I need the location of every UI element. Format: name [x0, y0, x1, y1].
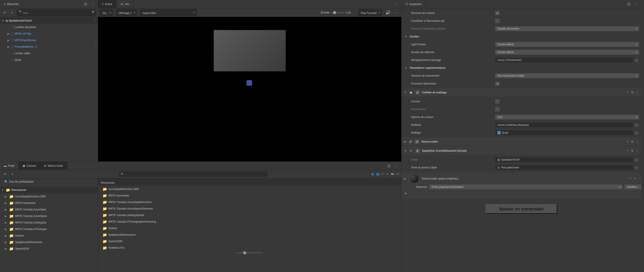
help-icon[interactable]: ?: [627, 140, 628, 143]
menu-icon[interactable]: ⋮: [90, 1, 96, 7]
help-icon[interactable]: ?: [627, 149, 628, 152]
detach-icon[interactable]: ⊟: [386, 163, 392, 169]
checkbox[interactable]: [495, 107, 500, 111]
dropdown[interactable]: Sondes Blend: [495, 42, 639, 47]
thumbnail-size-slider[interactable]: [236, 253, 263, 253]
expand-arrow-icon[interactable]: ▶: [5, 201, 8, 205]
scene-menu-icon[interactable]: ⋮: [92, 18, 98, 23]
component-header[interactable]: ▶🔊Source audio?⇅⋮: [402, 137, 641, 146]
tree-row[interactable]: ⬚Quad: [0, 57, 98, 63]
menu-icon[interactable]: ⋮: [636, 91, 638, 94]
dropdown[interactable]: Par mouvement d'objet: [495, 73, 639, 78]
expand-arrow-icon[interactable]: ▶: [8, 45, 10, 48]
game-mode-dropdown[interactable]: Jeu: [100, 9, 113, 16]
add-dropdown-icon[interactable]: ▼: [10, 171, 15, 177]
tree-row[interactable]: ▶⬚MRTKInputSimula›: [0, 37, 98, 43]
preset-icon[interactable]: ⇅: [631, 140, 633, 143]
game-tab[interactable]: 🎮 Jeu: [116, 0, 133, 8]
preset-icon[interactable]: ⇅: [631, 91, 633, 94]
label-icon[interactable]: 🏷: [382, 172, 384, 176]
list-item[interactable]: 📁Scènes: [98, 225, 401, 232]
preset-icon[interactable]: ⇅: [631, 149, 633, 152]
object-field[interactable]: ◎ TextLabelUnder: [495, 165, 633, 170]
shader-dropdown[interactable]: Outils graphiques/Standard: [430, 184, 622, 189]
search-menu-icon[interactable]: ▦: [92, 10, 94, 13]
expand-arrow-icon[interactable]: ▶: [5, 215, 8, 218]
expand-arrow-icon[interactable]: ▶: [5, 241, 8, 244]
checkbox[interactable]: [495, 19, 500, 23]
add-dropdown-icon[interactable]: ▼: [9, 10, 15, 15]
scene-tab[interactable]: # Scène: [98, 0, 116, 8]
detach-icon[interactable]: ⊟: [83, 1, 88, 7]
dropdown[interactable]: Sondes de lumière: [495, 26, 639, 31]
folder-row[interactable]: ▶📁MRTK.Generated: [0, 200, 98, 206]
expand-arrow-icon[interactable]: ▼: [404, 91, 407, 94]
aspect-dropdown[interactable]: Aspect libre: [140, 9, 197, 16]
chevron-right-icon[interactable]: ›: [95, 45, 98, 48]
menu-icon[interactable]: ⋮: [633, 1, 639, 7]
hidden-icon[interactable]: 👁‍🗨: [391, 172, 394, 176]
object-field[interactable]: Aucun (Transformer): [495, 58, 633, 62]
expand-arrow-icon[interactable]: ▼: [404, 149, 407, 152]
expand-arrow-icon[interactable]: ▶: [5, 221, 8, 224]
expand-arrow-icon[interactable]: ▶: [8, 32, 10, 35]
folder-row[interactable]: ▶📁AzureSpatialAnchors.SDK: [0, 193, 98, 200]
component-header[interactable]: ▼#Spatialiser Activé/Désactivé (Script)?…: [402, 147, 641, 155]
project-tab[interactable]: ▬ Projet: [0, 162, 19, 170]
expand-arrow-icon[interactable]: ▶: [404, 177, 407, 180]
object-field[interactable]: Aucun (matériau physique): [495, 123, 633, 127]
expand-arrow-icon[interactable]: ▶: [8, 39, 10, 42]
resources-root[interactable]: ▼ 📁 Ressources: [0, 187, 98, 193]
folder-row[interactable]: ▶📁Scènes: [0, 232, 98, 239]
menu-icon[interactable]: ⋮: [394, 1, 399, 7]
tree-row[interactable]: ▶⬚MRTK XR Rig›: [0, 30, 98, 37]
list-item[interactable]: 📁MRTK.Tutorials.AzureSpeechServices: [98, 205, 401, 212]
folder-row[interactable]: ▶📁MRTK.Tutorials.PCHologra: [0, 226, 98, 232]
filter-icon[interactable]: ▦: [372, 172, 374, 176]
folder-row[interactable]: ▶📁MRTK.Tutorials.AzureSpee: [0, 213, 98, 219]
list-item[interactable]: 📁MRTK.Generated: [98, 192, 401, 199]
menu-icon[interactable]: ⋮: [636, 149, 638, 152]
inspector-tab[interactable]: ⓘ Inspecteur: [402, 0, 426, 8]
mixer-tab[interactable]: ⚙ Mixeur Audio: [40, 162, 67, 170]
list-item[interactable]: 📁SpeechSDK: [98, 238, 401, 245]
display-dropdown[interactable]: Affichage 1: [116, 9, 137, 16]
list-item[interactable]: 📁MRTK.Tutorials.PCHolographicRemoting: [98, 218, 401, 225]
project-search-input[interactable]: [119, 171, 267, 177]
expand-arrow-icon[interactable]: ▼: [2, 19, 5, 22]
expand-arrow-icon[interactable]: ▶: [404, 192, 407, 195]
checkbox[interactable]: [495, 99, 500, 104]
component-enabled-checkbox[interactable]: [416, 90, 420, 95]
add-icon[interactable]: +: [2, 171, 8, 177]
list-item[interactable]: 📁TextMesh Pro: [98, 245, 401, 251]
target-icon[interactable]: ◎: [634, 58, 639, 62]
detach-icon[interactable]: ⊟: [626, 1, 632, 7]
folder-row[interactable]: ▶📁SpatialAudioResources: [0, 239, 98, 246]
hierarchy-search-input[interactable]: Tous ▦: [16, 9, 96, 16]
tree-row[interactable]: ▶⬚PressableButton_3›: [0, 43, 98, 50]
expand-arrow-icon[interactable]: ▼: [1, 188, 4, 191]
menu-icon[interactable]: ⋮: [638, 177, 641, 180]
prefab-search-row[interactable]: 🔍 Tous les préfabriqués: [0, 178, 98, 185]
checkbox[interactable]: [495, 81, 500, 86]
chevron-right-icon[interactable]: ›: [95, 38, 98, 42]
scale-slider[interactable]: [331, 12, 344, 13]
expand-arrow-icon[interactable]: ▼: [404, 35, 408, 38]
star-icon[interactable]: ★: [386, 172, 388, 176]
menu-icon[interactable]: ⋮: [394, 163, 399, 169]
component-header[interactable]: ▼▦Collider de maillage?⇅⋮: [402, 88, 641, 97]
expand-arrow-icon[interactable]: ▼: [404, 66, 408, 69]
help-icon[interactable]: ?: [627, 91, 628, 94]
favorites-icon[interactable]: 👥: [376, 172, 379, 176]
list-item[interactable]: 📁SpatialAudioResources: [98, 232, 401, 238]
hierarchy-tab[interactable]: ≡ Hiérarchie: [0, 0, 23, 8]
tree-row[interactable]: ⬚Lumière directionn: [0, 24, 98, 30]
play-focus-dropdown[interactable]: Play Focused: [358, 9, 382, 16]
list-item[interactable]: 📁AzureSpatialAnchors.SDK: [98, 186, 401, 192]
project-list[interactable]: Ressources 📁AzureSpatialAnchors.SDK📁MRTK…: [98, 178, 401, 272]
dropdown[interactable]: Tout: [495, 115, 639, 120]
object-field[interactable]: ▤ SpatializeOnOff: [495, 157, 633, 162]
preset-icon[interactable]: ⇅: [634, 177, 636, 180]
expand-arrow-icon[interactable]: ▶: [5, 234, 8, 237]
folder-row[interactable]: ▶📁MRTK.Tutorials.AzureSpat: [0, 206, 98, 213]
